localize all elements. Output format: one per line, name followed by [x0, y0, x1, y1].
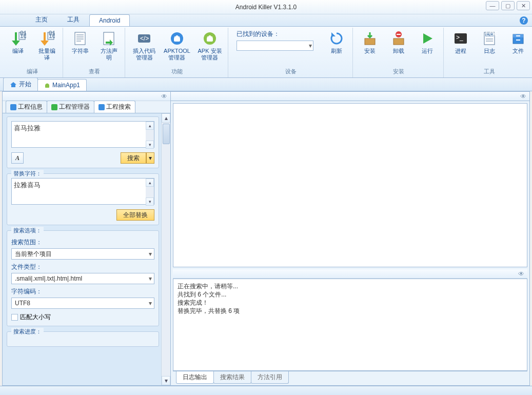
svg-text:10: 10 — [20, 32, 26, 40]
svg-rect-36 — [516, 40, 520, 41]
method-decl-button[interactable]: 方法声 明 — [96, 29, 122, 63]
device-combo[interactable]: ▾ — [237, 41, 313, 51]
scope-combo[interactable]: 当前整个项目▾ — [11, 248, 154, 260]
files-button[interactable]: 文件 — [505, 29, 531, 56]
log-button[interactable]: LOG 日志 — [477, 29, 502, 56]
left-content: ▴▾ A 搜索 ▾ 替换字符： ▴▾ — [3, 113, 170, 385]
svg-rect-19 — [207, 37, 213, 42]
log-page-icon: LOG — [481, 30, 498, 47]
apk-install-mgr-button[interactable]: APK 安装 管理器 — [195, 29, 225, 63]
font-button[interactable]: A — [11, 152, 24, 164]
eye-icon[interactable]: 👁 — [518, 270, 524, 278]
apktool-button[interactable]: APKTOOL 管理器 — [162, 29, 192, 63]
encoding-combo[interactable]: UTF8▾ — [11, 298, 154, 309]
scope-label: 搜索范围： — [11, 238, 154, 247]
ribbon-group-compile: 0110 编译 0110 批量编 译 编译 — [2, 28, 63, 77]
process-button[interactable]: >_ 进程 — [448, 29, 474, 56]
page-lines-icon — [72, 30, 88, 47]
ribbon-group-label: 设备 — [232, 67, 349, 76]
ribbon-group-label: 查看 — [67, 67, 122, 76]
encoding-label: 字符编码： — [11, 287, 154, 296]
ribbon-group-device: 已找到的设备： ▾ 刷新 设备 — [229, 28, 353, 77]
left-scrollbar[interactable]: ▴ ▾ — [161, 113, 170, 385]
log-header: 👁 — [173, 269, 527, 279]
progress-group: 搜索进度： — [7, 331, 159, 347]
log-output[interactable]: 正在搜索中，请稍等... 共找到 6 个文件... 搜索完成！ 替换完毕，共替换… — [173, 279, 527, 371]
eye-icon[interactable]: 👁 — [520, 93, 526, 100]
refresh-button[interactable]: 刷新 — [324, 29, 349, 56]
doc-tab-mainapp1[interactable]: MainApp1 — [37, 79, 87, 91]
tab-project-manager[interactable]: 工程管理器 — [47, 101, 94, 113]
main-area: 👁 工程信息 工程管理器 工程搜索 ▴▾ — [2, 91, 530, 386]
strings-button[interactable]: 字符串 — [67, 29, 93, 56]
filetype-label: 文件类型： — [11, 263, 154, 271]
textarea-scrollbar[interactable]: ▴▾ — [146, 122, 154, 149]
ribbon: 0110 编译 0110 批量编 译 编译 字符串 方法声 明 查看 — [0, 27, 532, 78]
refresh-icon — [328, 30, 345, 47]
insert-code-button[interactable]: </> 插入代码 管理器 — [129, 29, 159, 63]
device-label: 已找到的设备： — [237, 30, 313, 38]
minimize-button[interactable]: — — [486, 1, 499, 10]
help-icon[interactable]: ? — [520, 16, 528, 25]
search-button[interactable]: 搜索 — [121, 152, 146, 164]
compile-button[interactable]: 0110 编译 — [5, 29, 31, 56]
replace-legend: 替换字符： — [11, 170, 44, 177]
menu-tab-tools[interactable]: 工具 — [57, 13, 89, 26]
svg-text:>_: >_ — [456, 34, 463, 41]
batch-compile-button[interactable]: 0110 批量编 译 — [34, 29, 60, 63]
info-icon — [10, 104, 16, 110]
home-icon — [10, 82, 17, 88]
bottom-tab-results[interactable]: 搜索结果 — [213, 371, 251, 384]
pane-header: 👁 — [3, 92, 170, 101]
replace-all-button[interactable]: 全部替换 — [116, 209, 154, 221]
eye-icon[interactable]: 👁 — [161, 93, 167, 100]
progress-legend: 搜索进度： — [11, 328, 44, 335]
textarea-scrollbar[interactable]: ▴▾ — [146, 179, 154, 206]
svg-point-17 — [178, 35, 179, 36]
svg-text:LOG: LOG — [486, 30, 498, 37]
device-field: 已找到的设备： ▾ — [232, 29, 318, 52]
search-group: ▴▾ A 搜索 ▾ — [7, 116, 159, 168]
replace-input[interactable] — [11, 178, 154, 205]
filetype-combo[interactable]: .smali|.xml|.txt|.htm|.html▾ — [11, 273, 154, 284]
drawer-icon — [510, 30, 526, 47]
options-group: 搜索选项： 搜索范围： 当前整个项目▾ 文件类型： .smali|.xml|.t… — [7, 230, 159, 326]
status-bar — [0, 386, 532, 395]
bottom-tab-log[interactable]: 日志输出 — [176, 371, 214, 384]
search-dropdown-button[interactable]: ▾ — [146, 152, 154, 164]
manager-icon — [51, 104, 57, 110]
editor-header: 👁 — [171, 92, 529, 101]
box-up-icon — [390, 30, 407, 47]
tab-project-info[interactable]: 工程信息 — [6, 101, 47, 113]
left-pane: 👁 工程信息 工程管理器 工程搜索 ▴▾ — [3, 92, 171, 385]
right-pane: 👁 👁 正在搜索中，请稍等... 共找到 6 个文件... 搜索完成！ 替换完毕… — [171, 92, 529, 385]
svg-rect-15 — [174, 37, 180, 42]
uninstall-button[interactable]: 卸载 — [386, 29, 411, 56]
tab-project-search[interactable]: 工程搜索 — [94, 101, 135, 113]
ribbon-group-label: 功能 — [129, 67, 225, 76]
doc-tab-start[interactable]: 开始 — [3, 77, 38, 91]
search-input[interactable] — [11, 121, 154, 148]
ribbon-group-function: </> 插入代码 管理器 APKTOOL 管理器 APK 安装 管理器 功能 — [126, 28, 228, 77]
editor-area[interactable] — [173, 103, 527, 267]
svg-rect-23 — [393, 38, 404, 45]
menu-tab-android[interactable]: Android — [89, 14, 130, 26]
arrow-down-batch-icon: 0110 — [38, 30, 55, 47]
terminal-icon: >_ — [452, 30, 469, 47]
close-button[interactable]: ✕ — [517, 1, 530, 10]
ribbon-group-tools: >_ 进程 LOG 日志 文件 工具 — [445, 28, 532, 77]
search-tab-icon — [98, 104, 105, 110]
run-button[interactable]: 运行 — [415, 29, 440, 56]
menu-tab-home[interactable]: 主页 — [26, 13, 57, 26]
ribbon-group-view: 字符串 方法声 明 查看 — [64, 28, 125, 77]
title-bar: Android Killer V1.3.1.0 — ▢ ✕ — [0, 0, 532, 14]
ribbon-group-label: 安装 — [357, 67, 440, 76]
window-controls: — ▢ ✕ — [486, 1, 530, 10]
svg-text:10: 10 — [49, 32, 55, 40]
svg-rect-6 — [75, 32, 85, 45]
maximize-button[interactable]: ▢ — [501, 1, 515, 10]
bottom-tab-refs[interactable]: 方法引用 — [251, 371, 289, 384]
match-case-label: 匹配大小写 — [20, 313, 51, 322]
install-button[interactable]: 安装 — [357, 29, 383, 56]
match-case-checkbox[interactable] — [11, 314, 18, 321]
